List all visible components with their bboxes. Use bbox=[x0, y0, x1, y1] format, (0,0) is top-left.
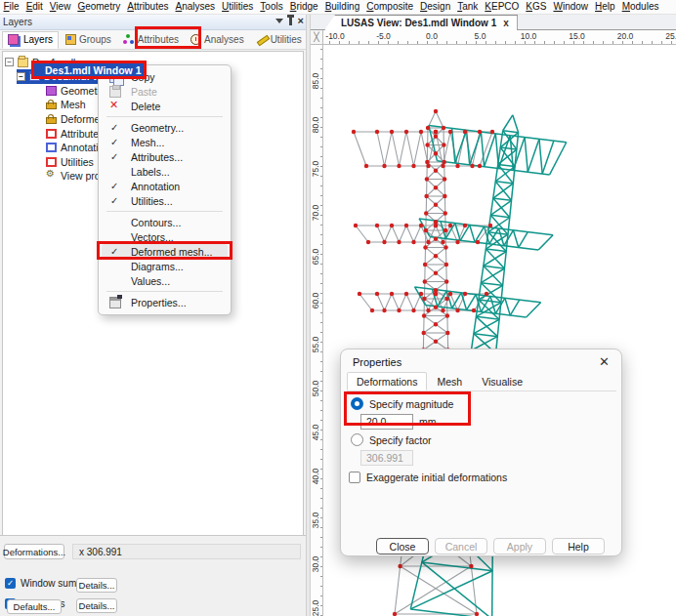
context-item-paste[interactable]: Paste bbox=[102, 84, 228, 99]
exaggerate-checkbox[interactable] bbox=[349, 472, 360, 483]
context-item-label: Geometry... bbox=[131, 122, 184, 134]
menu-tank[interactable]: Tank bbox=[454, 0, 482, 14]
menu-design[interactable]: Design bbox=[417, 0, 454, 14]
context-item-label: Diagrams... bbox=[131, 261, 184, 272]
close-button[interactable]: Close bbox=[376, 538, 429, 554]
sq-blue-icon bbox=[46, 143, 57, 152]
v-ruler-label: 25.0 bbox=[311, 595, 320, 616]
deformations-button[interactable]: Deformations... bbox=[4, 544, 64, 559]
menu-building[interactable]: Building bbox=[321, 0, 363, 14]
apply-button[interactable]: Apply bbox=[493, 538, 546, 554]
factor-input[interactable]: 306.991 bbox=[360, 450, 413, 466]
defaults-button[interactable]: Defaults... bbox=[7, 599, 62, 614]
dialog-tab-bar: Deformations Mesh Visualise bbox=[347, 373, 616, 391]
tree-item-des1-window-selected[interactable]: Des1.mdl Window 1 bbox=[32, 62, 147, 78]
layers-icon bbox=[8, 34, 19, 45]
panel-menu-arrow-icon[interactable] bbox=[275, 19, 283, 23]
context-item-geometry[interactable]: ✓Geometry... bbox=[102, 120, 228, 135]
exaggerate-row: Exaggerate initial deformations bbox=[349, 472, 507, 483]
h-ruler-label: 20.0 bbox=[617, 31, 634, 41]
menu-window-accel: W bbox=[553, 1, 562, 12]
checkmark-icon: ✓ bbox=[110, 181, 118, 191]
context-item-annotation[interactable]: ✓Annotation bbox=[102, 179, 228, 193]
context-item-vectors[interactable]: Vectors... bbox=[102, 229, 228, 244]
checkmark-icon: ✓ bbox=[110, 122, 118, 133]
menu-separator bbox=[106, 211, 223, 212]
magnitude-unit-label: mm bbox=[419, 416, 437, 428]
v-ruler-label: 70.0 bbox=[311, 199, 320, 226]
h-ruler-label: -10.0 bbox=[325, 31, 344, 41]
context-item-properties[interactable]: Properties... bbox=[102, 295, 228, 309]
vertical-ruler: 85.080.075.070.065.060.055.050.045.040.0… bbox=[311, 45, 323, 616]
context-item-label: Utilities... bbox=[131, 195, 173, 207]
deformations-settings-panel: Deformations... x 306.991 ✓ Window summa… bbox=[0, 535, 306, 616]
menu-edit[interactable]: Edit bbox=[22, 0, 46, 14]
panel-tab-layers[interactable]: Layers bbox=[2, 31, 59, 49]
magnitude-input-row: 20.0 mm bbox=[360, 414, 437, 430]
tree-expander-icon[interactable]: − bbox=[5, 58, 14, 66]
menu-view[interactable]: View bbox=[46, 0, 74, 14]
menu-geometry[interactable]: Geometry bbox=[74, 0, 124, 14]
h-ruler-label: 0.0 bbox=[426, 31, 438, 41]
magnitude-input[interactable]: 20.0 bbox=[360, 414, 413, 430]
context-item-values[interactable]: Values... bbox=[102, 273, 228, 288]
view-axes-details-button[interactable]: Details... bbox=[76, 598, 117, 613]
panel-tab-groups[interactable]: Groups bbox=[61, 31, 116, 49]
tab-visualise[interactable]: Visualise bbox=[472, 372, 532, 390]
tree-item-mesh[interactable]: Mesh bbox=[46, 98, 86, 112]
menu-utilities[interactable]: Utilities bbox=[219, 0, 257, 14]
menu-analyses[interactable]: Analyses bbox=[172, 0, 219, 14]
pin-icon[interactable] bbox=[289, 18, 292, 25]
paste-icon bbox=[109, 86, 121, 98]
panel-tab-attributes[interactable]: Attributes bbox=[118, 31, 184, 49]
cancel-button[interactable]: Cancel bbox=[435, 538, 487, 554]
panel-close-icon[interactable]: × bbox=[298, 16, 304, 26]
specify-magnitude-radio[interactable] bbox=[351, 397, 363, 410]
menu-help[interactable]: Help bbox=[592, 0, 619, 14]
menu-modules[interactable]: Modules bbox=[618, 0, 662, 14]
menu-file[interactable]: File bbox=[0, 0, 22, 14]
context-item-attributes[interactable]: ✓Attributes... bbox=[102, 149, 228, 164]
tree-item-attributes[interactable]: Attributes bbox=[46, 126, 104, 141]
context-item-mesh[interactable]: ✓Mesh... bbox=[102, 135, 228, 149]
deformation-factor-display[interactable]: x 306.991 bbox=[72, 544, 301, 559]
context-item-utilities[interactable]: ✓Utilities... bbox=[102, 193, 228, 208]
menu-composite[interactable]: Composite bbox=[363, 0, 417, 14]
menu-bridge[interactable]: Bridge bbox=[286, 0, 321, 14]
dialog-close-icon[interactable]: ✕ bbox=[599, 354, 610, 369]
tree-item-geometry[interactable]: Geometry bbox=[46, 83, 106, 98]
context-item-contours[interactable]: Contours... bbox=[102, 215, 228, 229]
menu-attributes[interactable]: Attributes bbox=[124, 0, 172, 14]
checkmark-icon: ✓ bbox=[110, 151, 118, 162]
lusas-view-tab[interactable]: LUSAS View: Des1.mdl Window 1 x bbox=[324, 15, 518, 30]
help-button[interactable]: Help bbox=[552, 538, 605, 554]
context-item-deformed-mesh[interactable]: ✓Deformed mesh... bbox=[102, 244, 228, 259]
panel-tab-utilities[interactable]: Utilities bbox=[251, 31, 307, 49]
menu-window[interactable]: Window bbox=[550, 0, 592, 14]
context-item-labels[interactable]: Labels... bbox=[102, 164, 228, 179]
context-item-diagrams[interactable]: Diagrams... bbox=[102, 259, 228, 273]
menu-bar: FileEditViewGeometryAttributesAnalysesUt… bbox=[0, 0, 676, 15]
context-item-label: Deformed mesh... bbox=[131, 246, 212, 258]
window-summary-checkbox[interactable]: ✓ bbox=[5, 578, 16, 589]
tree-item-label: Mesh bbox=[61, 99, 86, 110]
context-item-delete[interactable]: Delete bbox=[102, 99, 228, 113]
tab-close-icon[interactable]: x bbox=[503, 18, 509, 28]
window-summary-details-button[interactable]: Details... bbox=[76, 578, 117, 593]
specify-factor-radio[interactable] bbox=[351, 433, 363, 446]
context-item-label: Annotation bbox=[131, 181, 180, 192]
panel-tab-analyses[interactable]: Analyses bbox=[186, 31, 249, 49]
tab-mesh[interactable]: Mesh bbox=[427, 372, 472, 390]
menu-composite-accel: C bbox=[366, 1, 373, 12]
tab-deformations[interactable]: Deformations bbox=[347, 372, 427, 390]
context-item-label: Attributes... bbox=[131, 151, 183, 163]
menu-design-accel: D bbox=[420, 1, 427, 12]
tree-expander-icon[interactable]: − bbox=[17, 72, 25, 81]
tree-item-utilities[interactable]: Utilities bbox=[46, 154, 94, 169]
menu-tools[interactable]: Tools bbox=[257, 0, 286, 14]
specify-magnitude-row: Specify magnitude bbox=[351, 397, 453, 410]
menu-kgs[interactable]: KGS bbox=[523, 0, 550, 14]
document-tab-strip: LUSAS View: Des1.mdl Window 1 x bbox=[311, 15, 676, 30]
menu-kepco[interactable]: KEPCO bbox=[482, 0, 523, 14]
checkmark-icon: ✓ bbox=[110, 246, 118, 257]
